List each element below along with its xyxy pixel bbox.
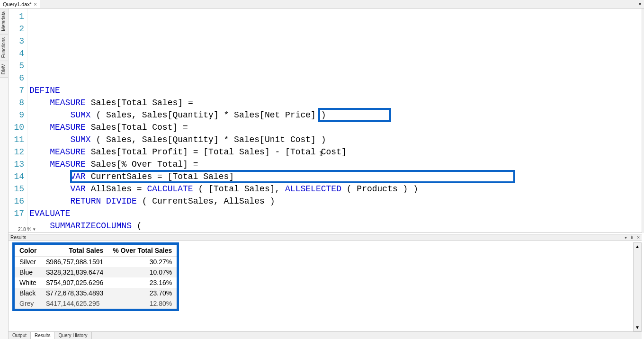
file-tab[interactable]: Query1.dax* × bbox=[0, 0, 40, 8]
bottom-tab-strip: OutputResultsQuery History bbox=[9, 331, 642, 339]
results-header-row: ColorTotal Sales% Over Total Sales bbox=[15, 245, 177, 257]
tabs-overflow-icon[interactable]: ▾ bbox=[635, 0, 644, 8]
code-line[interactable]: VAR AllSales = CALCULATE ( [Total Sales]… bbox=[29, 183, 640, 195]
column-header[interactable]: % Over Total Sales bbox=[108, 245, 177, 257]
code-line[interactable]: SUMMARIZECOLUMNS ( bbox=[29, 220, 640, 232]
code-line[interactable]: MEASURE Sales[% Over Total] = bbox=[29, 158, 640, 170]
code-line[interactable]: SUMX ( Sales, Sales[Quantity] * Sales[Ne… bbox=[29, 109, 640, 121]
code-area[interactable]: I DEFINE MEASURE Sales[Total Sales] = SU… bbox=[27, 9, 642, 232]
results-panel-body: ColorTotal Sales% Over Total Sales Silve… bbox=[9, 241, 642, 331]
results-table-highlight: ColorTotal Sales% Over Total Sales Silve… bbox=[12, 242, 179, 311]
bottom-tab-results[interactable]: Results bbox=[31, 332, 54, 339]
zoom-value: 218 % bbox=[18, 227, 31, 232]
close-icon[interactable]: × bbox=[34, 1, 36, 7]
bottom-tab-output[interactable]: Output bbox=[9, 332, 31, 339]
side-tab-functions[interactable]: Functions bbox=[0, 35, 8, 61]
table-row[interactable]: Silver$986,757,988.159130.27% bbox=[15, 257, 177, 268]
column-header[interactable]: Color bbox=[15, 245, 42, 257]
table-row[interactable]: White$754,907,025.629623.16% bbox=[15, 277, 177, 288]
table-row[interactable]: Blue$328,321,839.647410.07% bbox=[15, 267, 177, 277]
code-line[interactable]: MEASURE Sales[Total Cost] = bbox=[29, 121, 640, 134]
code-line[interactable]: DEFINE bbox=[29, 84, 640, 97]
side-tab-dmv[interactable]: DMV bbox=[0, 61, 8, 78]
side-tab-strip: Metadata Functions DMV bbox=[0, 9, 9, 339]
results-panel-header: Results ▾ ⇟ × bbox=[9, 234, 642, 241]
text-cursor: I bbox=[319, 148, 323, 160]
table-row[interactable]: Grey$417,144,625.29512.80% bbox=[15, 298, 177, 309]
vertical-scrollbar[interactable] bbox=[642, 9, 644, 233]
pin-icon[interactable]: ⇟ bbox=[630, 235, 634, 240]
code-line[interactable]: SUMX ( Sales, Sales[Quantity] * Sales[Un… bbox=[29, 134, 640, 146]
file-tab-title: Query1.dax* bbox=[3, 1, 32, 7]
code-line[interactable]: VAR CurrentSales = [Total Sales] bbox=[29, 170, 640, 183]
file-tab-strip: Query1.dax* × ▾ bbox=[0, 0, 644, 9]
code-line[interactable]: RETURN DIVIDE ( CurrentSales, AllSales ) bbox=[29, 195, 640, 207]
results-scrollbar[interactable]: ▲ ▼ bbox=[633, 242, 642, 331]
code-editor[interactable]: 1234567891011121314151617 I DEFINE MEASU… bbox=[9, 9, 642, 233]
panel-window-controls: ▾ ⇟ × bbox=[623, 235, 640, 240]
code-line[interactable]: MEASURE Sales[Total Sales] = bbox=[29, 97, 640, 109]
code-line[interactable]: MEASURE Sales[Total Profit] = [Total Sal… bbox=[29, 146, 640, 158]
results-table[interactable]: ColorTotal Sales% Over Total Sales Silve… bbox=[15, 245, 177, 309]
table-row[interactable]: Black$772,678,335.489323.70% bbox=[15, 288, 177, 298]
bottom-tab-query-history[interactable]: Query History bbox=[54, 332, 91, 339]
chevron-down-icon: ▼ bbox=[32, 227, 36, 232]
side-tab-metadata[interactable]: Metadata bbox=[0, 9, 8, 35]
code-line[interactable]: EVALUATE bbox=[29, 207, 640, 220]
code-line[interactable]: Products[Color], bbox=[29, 232, 640, 233]
column-header[interactable]: Total Sales bbox=[42, 245, 108, 257]
results-panel-title: Results bbox=[10, 235, 26, 240]
line-number-gutter: 1234567891011121314151617 bbox=[9, 9, 27, 232]
scroll-up-icon[interactable]: ▲ bbox=[634, 243, 641, 250]
close-icon[interactable]: × bbox=[637, 235, 640, 240]
scroll-down-icon[interactable]: ▼ bbox=[634, 324, 641, 331]
zoom-indicator[interactable]: 218 % ▼ bbox=[18, 227, 36, 232]
dropdown-icon[interactable]: ▾ bbox=[625, 235, 627, 240]
